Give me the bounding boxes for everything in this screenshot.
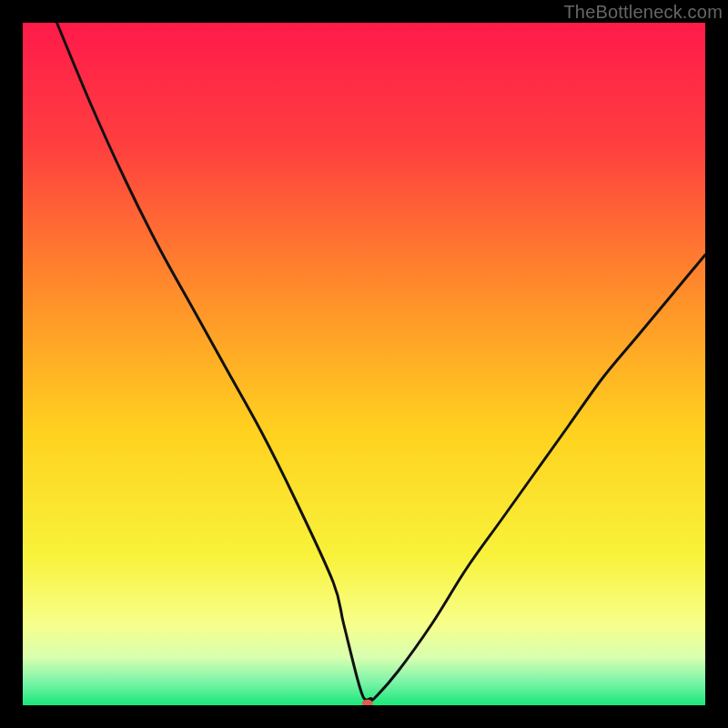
gradient-background bbox=[23, 23, 705, 705]
plot-area bbox=[23, 23, 705, 705]
watermark-text: TheBottleneck.com bbox=[563, 2, 723, 23]
chart-container: TheBottleneck.com bbox=[0, 0, 728, 728]
chart-svg bbox=[23, 23, 705, 705]
